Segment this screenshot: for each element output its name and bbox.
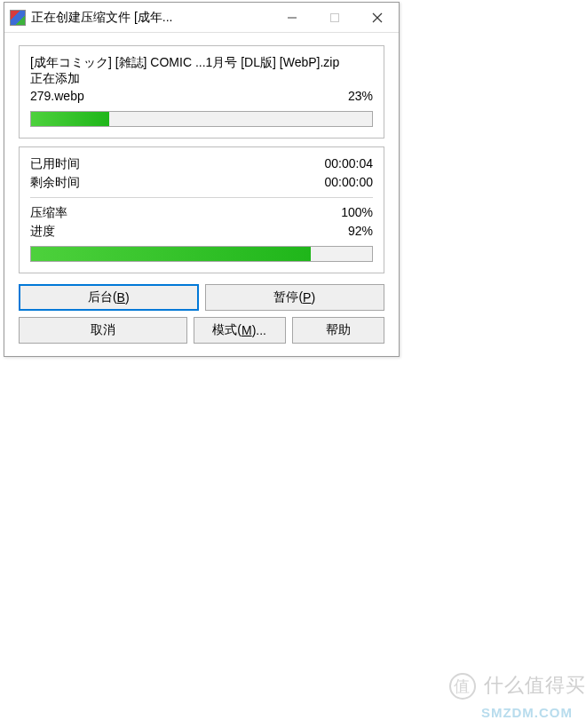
current-file-name: 279.webp [30, 87, 84, 106]
dialog-content: [成年コミック] [雑誌] COMIC ...1月号 [DL版] [WebP].… [4, 33, 399, 356]
pause-button[interactable]: 暂停(P) [205, 284, 385, 311]
winrar-icon [10, 10, 26, 26]
remaining-time-label: 剩余时间 [30, 173, 80, 192]
overall-progress-bar [30, 246, 373, 262]
cancel-button[interactable]: 取消 [19, 317, 187, 344]
remaining-time-value: 00:00:00 [325, 173, 374, 192]
maximize-button [313, 3, 356, 32]
elapsed-time-value: 00:00:04 [325, 154, 374, 173]
overall-progress-label: 进度 [30, 222, 55, 241]
stats-panel: 已用时间 00:00:04 剩余时间 00:00:00 压缩率 100% 进度 … [19, 146, 384, 273]
help-button[interactable]: 帮助 [292, 317, 384, 344]
overall-progress-fill [31, 247, 311, 261]
window-controls [271, 3, 399, 32]
button-row-1: 后台(B) 暂停(P) [19, 284, 384, 311]
archive-name: [成年コミック] [雑誌] COMIC ...1月号 [DL版] [WebP].… [30, 55, 373, 71]
compression-ratio-label: 压缩率 [30, 203, 67, 222]
overall-progress-value: 92% [348, 222, 373, 241]
watermark-badge-icon: 值 [449, 673, 476, 700]
minimize-button[interactable] [271, 3, 313, 32]
watermark: 值 什么值得买 SMZDM.COM [449, 672, 586, 723]
compression-dialog: 正在创建压缩文件 [成年... [成年コミック] [雑誌] COMIC ...1… [4, 2, 400, 357]
compression-ratio-value: 100% [341, 203, 373, 222]
stats-divider [30, 197, 373, 198]
file-progress-fill [31, 112, 109, 126]
button-row-2: 取消 模式(M)... 帮助 [19, 317, 384, 344]
operation-status: 正在添加 [30, 71, 373, 87]
mode-button[interactable]: 模式(M)... [194, 317, 286, 344]
titlebar[interactable]: 正在创建压缩文件 [成年... [4, 3, 399, 33]
svg-rect-1 [331, 13, 339, 21]
background-button[interactable]: 后台(B) [19, 284, 199, 311]
close-button[interactable] [356, 3, 399, 32]
file-progress-bar [30, 111, 373, 127]
current-file-panel: [成年コミック] [雑誌] COMIC ...1月号 [DL版] [WebP].… [19, 45, 384, 138]
elapsed-time-label: 已用时间 [30, 154, 80, 173]
window-title: 正在创建压缩文件 [成年... [31, 10, 271, 26]
current-file-percent: 23% [348, 87, 373, 106]
